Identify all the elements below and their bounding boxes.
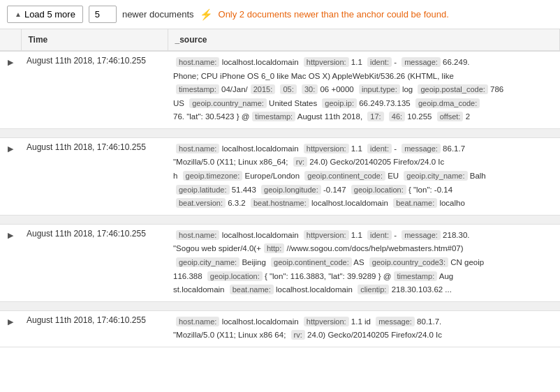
source-line: US geoip.country_name: United States geo… — [173, 97, 554, 110]
field-key: httpversion: — [304, 317, 349, 326]
source-line: host.name: localhost.localdomain httpver… — [173, 56, 554, 69]
expand-cell: ▶ — [0, 137, 21, 215]
field-value: //www.sogou.com/docs/help/webmasters.htm… — [286, 244, 463, 252]
source-line: st.localdomain beat.name: localhost.loca… — [173, 283, 554, 296]
newer-docs-label: newer documents — [122, 9, 194, 20]
field-key: timestamp: — [252, 112, 295, 121]
field-value: 24.0) Gecko/20140205 Firefox/24.0 Ic — [307, 331, 442, 339]
field-value: 6.3.2 — [228, 199, 248, 207]
source-line: "Mozilla/5.0 (X11; Linux x86_64; rv: 24.… — [173, 156, 554, 169]
source-line: "Mozilla/5.0 (X11; Linux x86 64; rv: 24.… — [173, 329, 554, 342]
field-key: geoip.country_name: — [189, 98, 267, 108]
source-line: beat.version: 6.3.2 beat.hostname: local… — [173, 197, 554, 210]
field-value: log — [402, 85, 415, 93]
field-key: geoip.postal_code: — [418, 84, 487, 94]
table-row: ▶August 11th 2018, 17:46:10.255host.name… — [0, 51, 560, 128]
field-key: ident: — [367, 144, 392, 153]
field-key: geoip.timezone: — [183, 171, 243, 181]
field-key: message: — [376, 317, 415, 326]
field-value: localhost.localdomain — [222, 317, 301, 326]
source-line: 116.388 geoip.location: { "lon": 116.388… — [173, 270, 554, 283]
field-key: geoip.longitude: — [261, 185, 321, 195]
field-value: 51.443 — [232, 186, 258, 194]
field-key: rv: — [291, 330, 305, 340]
time-cell: August 11th 2018, 17:46:10.255 — [21, 224, 168, 301]
source-line: 76. "lat": 30.5423 } @timestamp: August … — [173, 110, 554, 123]
field-value: 116.388 — [173, 272, 205, 280]
field-value: 1.1 — [351, 58, 364, 66]
field-value: localhost.localdomain — [222, 231, 301, 239]
field-key: 46: — [389, 112, 405, 121]
field-value: EU — [388, 172, 401, 180]
load-more-button[interactable]: ▲ Load 5 more — [7, 6, 83, 23]
field-value: { "lon": 116.3883, "lat": 39.9289 } @ — [265, 272, 391, 280]
col-time-header[interactable]: Time — [21, 29, 168, 51]
field-value: 86.1.7 — [443, 144, 465, 153]
field-key: host.name: — [176, 144, 219, 153]
field-value: United States — [269, 99, 319, 107]
field-value: 06 +0000 — [320, 85, 355, 93]
field-value: Phone; CPU iPhone OS 6_0 like Mac OS X) … — [173, 72, 454, 80]
field-key: message: — [401, 144, 441, 153]
field-key: 30: — [302, 84, 318, 94]
source-line: geoip.latitude: 51.443 geoip.longitude: … — [173, 183, 554, 197]
expand-arrow-icon[interactable]: ▶ — [8, 58, 13, 67]
table-row: ▶August 11th 2018, 17:46:10.255host.name… — [0, 137, 560, 215]
documents-table: Time _source ▶August 11th 2018, 17:46:10… — [0, 29, 560, 347]
field-value: 10.255 — [407, 112, 434, 121]
field-value: 786 — [490, 85, 503, 93]
source-cell: host.name: localhost.localdomain httpver… — [168, 310, 560, 347]
field-value: - — [394, 231, 399, 239]
expand-cell: ▶ — [0, 310, 21, 347]
field-value: localhost.localdomain — [222, 58, 301, 66]
source-line: host.name: localhost.localdomain httpver… — [173, 142, 554, 156]
field-value: -0.147 — [323, 186, 348, 194]
field-key: host.name: — [176, 317, 219, 326]
lightning-icon: ⚡ — [200, 8, 213, 21]
field-value: localho — [439, 199, 464, 207]
field-value: US — [173, 99, 186, 107]
field-key: offset: — [437, 112, 464, 121]
source-line: geoip.city_name: Beijing geoip.continent… — [173, 256, 554, 269]
row-separator — [0, 128, 560, 137]
field-key: message: — [401, 57, 441, 67]
source-line: h geoip.timezone: Europe/London geoip.co… — [173, 169, 554, 183]
expand-arrow-icon[interactable]: ▶ — [8, 144, 13, 153]
field-value: 76. "lat": 30.5423 } @ — [173, 112, 249, 121]
field-key: geoip.country_code3: — [369, 257, 448, 267]
chevron-up-icon: ▲ — [15, 10, 22, 18]
field-value: - — [394, 144, 399, 153]
expand-cell: ▶ — [0, 51, 21, 128]
load-more-label: Load 5 more — [24, 9, 75, 20]
field-key: 05: — [280, 84, 296, 94]
source-cell: host.name: localhost.localdomain httpver… — [168, 51, 560, 128]
field-value: "Sogou web spider/4.0(+ — [173, 244, 261, 252]
load-count-input[interactable] — [89, 6, 117, 23]
source-cell: host.name: localhost.localdomain httpver… — [168, 137, 560, 215]
field-value: 66.249.73.135 — [359, 99, 413, 107]
field-key: geoip.location: — [351, 185, 406, 195]
field-key: httpversion: — [304, 57, 349, 67]
field-key: rv: — [293, 157, 307, 167]
field-key: geoip.ip: — [322, 98, 357, 108]
col-source-header[interactable]: _source — [168, 29, 560, 51]
field-value: Europe/London — [244, 172, 302, 180]
row-separator — [0, 301, 560, 310]
expand-arrow-icon[interactable]: ▶ — [8, 231, 13, 240]
field-key: message: — [401, 230, 441, 240]
field-key: input.type: — [359, 84, 400, 94]
field-key: ident: — [367, 57, 392, 67]
field-key: timestamp: — [176, 84, 219, 94]
field-key: ident: — [367, 230, 392, 240]
field-value: 66.249. — [443, 58, 469, 66]
time-cell: August 11th 2018, 17:46:10.255 — [21, 310, 168, 347]
source-line: host.name: localhost.localdomain httpver… — [173, 229, 554, 242]
field-value: "Mozilla/5.0 (X11; Linux x86 64; — [173, 331, 288, 339]
source-cell: host.name: localhost.localdomain httpver… — [168, 224, 560, 301]
field-key: geoip.continent_code: — [304, 171, 385, 181]
expand-arrow-icon[interactable]: ▶ — [8, 317, 13, 326]
field-value: AS — [353, 258, 367, 266]
field-key: geoip.city_name: — [176, 257, 240, 267]
expand-cell: ▶ — [0, 224, 21, 301]
field-value: h — [173, 172, 180, 180]
